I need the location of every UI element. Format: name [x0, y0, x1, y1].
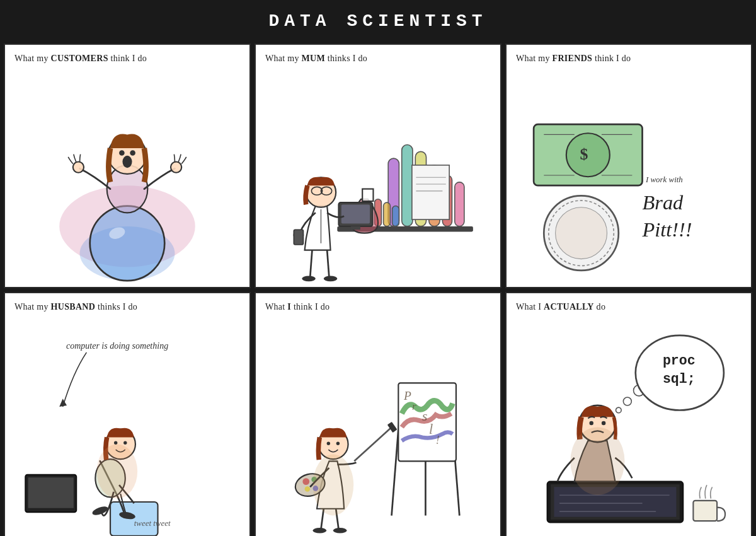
svg-point-61 [114, 441, 117, 445]
panel-customers: What my CUSTOMERS think I do [4, 44, 251, 288]
svg-rect-25 [412, 165, 449, 219]
svg-point-101 [623, 397, 631, 405]
svg-text:l: l [429, 421, 433, 437]
svg-rect-19 [384, 202, 391, 226]
svg-point-63 [91, 505, 109, 517]
panel-husband-title: What my HUSBAND thinks I do [5, 293, 249, 318]
svg-marker-54 [59, 399, 67, 407]
svg-text:s: s [422, 409, 427, 424]
panel-friends-title: What my FRIENDS think I do [507, 45, 751, 70]
main-grid: What my CUSTOMERS think I do [0, 40, 756, 536]
panel-actually: What I ACTUALLY do [505, 292, 752, 536]
svg-text:tweet tweet: tweet tweet [134, 518, 171, 528]
panel-husband: What my HUSBAND thinks I do computer is … [4, 292, 251, 536]
page-header: DATA SCIENTIST [0, 0, 756, 40]
svg-point-2 [90, 206, 165, 281]
panel-mum-title: What my MUM thinks I do [256, 45, 500, 70]
svg-point-49 [556, 207, 607, 259]
svg-text:I work with: I work with [645, 174, 683, 184]
svg-line-86 [321, 509, 323, 529]
svg-rect-106 [693, 501, 717, 521]
svg-text:!: ! [436, 433, 440, 446]
svg-point-9 [73, 161, 84, 172]
svg-rect-23 [341, 204, 370, 223]
panel-friends-content: $ I work with Brad Pitt!!! [507, 70, 751, 288]
svg-rect-24 [351, 226, 360, 229]
svg-text:Pitt!!!: Pitt!!! [642, 218, 692, 241]
svg-point-8 [122, 155, 132, 167]
svg-line-36 [310, 250, 312, 277]
panel-customers-content [5, 70, 249, 288]
svg-text:proc: proc [663, 353, 696, 368]
panel-i-think-content: P r s l ! [256, 318, 500, 536]
panel-i-think-title: What I think I do [256, 293, 500, 318]
svg-rect-82 [387, 422, 398, 433]
svg-text:P: P [403, 389, 411, 402]
svg-point-84 [327, 442, 330, 445]
svg-point-39 [324, 276, 338, 281]
svg-rect-20 [392, 206, 399, 226]
svg-text:computer is doing something: computer is doing something [66, 342, 168, 351]
svg-point-99 [602, 421, 605, 425]
svg-point-89 [333, 528, 347, 533]
svg-rect-21 [362, 189, 373, 201]
panel-actually-title: What I ACTUALLY do [507, 293, 751, 318]
svg-point-85 [336, 442, 340, 445]
panel-actually-content: proc sql; [507, 318, 751, 536]
svg-rect-93 [554, 487, 676, 516]
svg-point-7 [130, 150, 135, 156]
svg-point-10 [171, 161, 181, 172]
panel-mum-content [256, 70, 500, 288]
svg-point-98 [589, 421, 593, 425]
svg-point-62 [123, 441, 127, 445]
svg-point-79 [305, 486, 311, 492]
svg-point-38 [302, 276, 316, 281]
panel-husband-content: computer is doing something tweet tweet [5, 318, 249, 536]
svg-point-77 [302, 478, 309, 485]
svg-point-107 [570, 428, 624, 496]
svg-text:Brad: Brad [643, 191, 684, 214]
svg-line-37 [327, 250, 329, 277]
svg-point-90 [313, 455, 354, 516]
panel-customers-title: What my CUSTOMERS think I do [5, 45, 249, 70]
panel-i-think: What I think I do P r s l [255, 292, 501, 536]
page-title: DATA SCIENTIST [0, 11, 756, 31]
svg-text:$: $ [580, 145, 588, 163]
svg-rect-56 [28, 477, 74, 508]
svg-rect-17 [455, 182, 464, 226]
svg-point-65 [97, 444, 138, 498]
svg-rect-31 [294, 230, 303, 245]
panel-mum: What my MUM thinks I do [255, 44, 501, 288]
svg-text:sql;: sql; [663, 371, 696, 387]
svg-point-6 [119, 150, 125, 156]
svg-point-100 [616, 407, 622, 413]
svg-text:r: r [412, 401, 416, 413]
panel-friends: What my FRIENDS think I do $ I work with [505, 44, 752, 288]
svg-line-81 [354, 428, 391, 462]
svg-point-88 [313, 528, 327, 533]
svg-rect-13 [402, 144, 413, 226]
